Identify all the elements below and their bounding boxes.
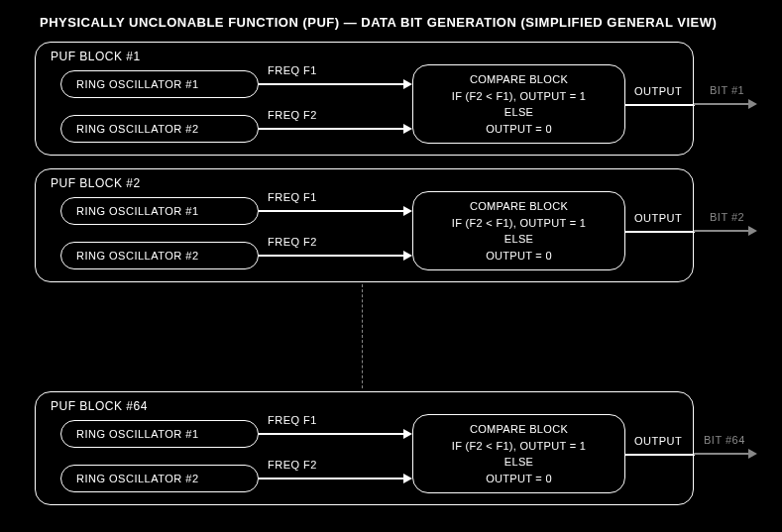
puf-block-64: PUF BLOCK #64 RING OSCILLATOR #1 RING OS…	[35, 391, 694, 505]
arrow-line	[625, 454, 695, 456]
ring-oscillator-2: RING OSCILLATOR #2	[60, 465, 259, 492]
arrow-head-icon	[403, 251, 412, 261]
compare-line-3: ELSE	[504, 231, 533, 248]
compare-block: COMPARE BLOCK IF (F2 < F1), OUTPUT = 1 E…	[412, 64, 625, 144]
bit-1-label: BIT #1	[710, 84, 744, 96]
puf-block-2: PUF BLOCK #2 RING OSCILLATOR #1 RING OSC…	[35, 168, 694, 282]
bit-arrow-line	[694, 103, 748, 105]
puf-block-2-label: PUF BLOCK #2	[51, 176, 141, 190]
freq-f1-label: FREQ F1	[268, 64, 317, 76]
compare-line-2: IF (F2 < F1), OUTPUT = 1	[452, 438, 586, 455]
freq-f2-label: FREQ F2	[268, 459, 317, 471]
compare-line-3: ELSE	[504, 104, 533, 121]
arrow-line	[259, 433, 403, 435]
compare-line-3: ELSE	[504, 454, 533, 471]
ring-oscillator-1: RING OSCILLATOR #1	[60, 70, 259, 98]
arrow-head-icon	[403, 429, 412, 439]
compare-line-2: IF (F2 < F1), OUTPUT = 1	[452, 88, 586, 105]
ellipsis-connector	[362, 284, 363, 388]
compare-block: COMPARE BLOCK IF (F2 < F1), OUTPUT = 1 E…	[412, 191, 625, 270]
arrow-head-icon	[403, 79, 412, 89]
bit-arrow-line	[694, 453, 748, 455]
output-label: OUTPUT	[634, 212, 682, 224]
compare-line-4: OUTPUT = 0	[486, 471, 552, 487]
puf-block-1: PUF BLOCK #1 RING OSCILLATOR #1 RING OSC…	[35, 42, 694, 156]
arrow-line	[259, 83, 403, 85]
arrow-line	[259, 210, 403, 212]
arrow-line	[625, 104, 695, 106]
arrow-line	[259, 128, 403, 130]
arrow-head-icon	[403, 206, 412, 216]
compare-line-4: OUTPUT = 0	[486, 248, 552, 265]
freq-f1-label: FREQ F1	[268, 191, 317, 203]
arrow-head-icon	[748, 449, 757, 459]
puf-block-64-label: PUF BLOCK #64	[51, 399, 148, 413]
compare-line-2: IF (F2 < F1), OUTPUT = 1	[452, 215, 586, 232]
freq-f2-label: FREQ F2	[268, 109, 317, 121]
output-label: OUTPUT	[634, 85, 682, 97]
arrow-head-icon	[403, 474, 412, 483]
puf-block-1-label: PUF BLOCK #1	[51, 50, 141, 63]
ring-oscillator-1: RING OSCILLATOR #1	[60, 197, 259, 225]
compare-line-1: COMPARE BLOCK	[470, 421, 568, 438]
ring-oscillator-2: RING OSCILLATOR #2	[60, 115, 259, 143]
arrow-head-icon	[403, 124, 412, 134]
diagram-title: PHYSICALLY UNCLONABLE FUNCTION (PUF) — D…	[40, 15, 717, 30]
bit-64-label: BIT #64	[704, 434, 745, 446]
compare-block: COMPARE BLOCK IF (F2 < F1), OUTPUT = 1 E…	[412, 414, 625, 493]
ring-oscillator-2: RING OSCILLATOR #2	[60, 242, 259, 269]
freq-f2-label: FREQ F2	[268, 236, 317, 248]
arrow-head-icon	[748, 226, 757, 236]
arrow-line	[259, 478, 403, 479]
arrow-line	[625, 231, 695, 233]
bit-arrow-line	[694, 230, 748, 232]
freq-f1-label: FREQ F1	[268, 414, 317, 426]
arrow-line	[259, 255, 403, 257]
compare-line-1: COMPARE BLOCK	[470, 198, 568, 215]
output-label: OUTPUT	[634, 435, 682, 447]
compare-line-1: COMPARE BLOCK	[470, 71, 568, 88]
compare-line-4: OUTPUT = 0	[486, 121, 552, 138]
bit-2-label: BIT #2	[710, 211, 744, 223]
ring-oscillator-1: RING OSCILLATOR #1	[60, 420, 259, 448]
arrow-head-icon	[748, 99, 757, 109]
